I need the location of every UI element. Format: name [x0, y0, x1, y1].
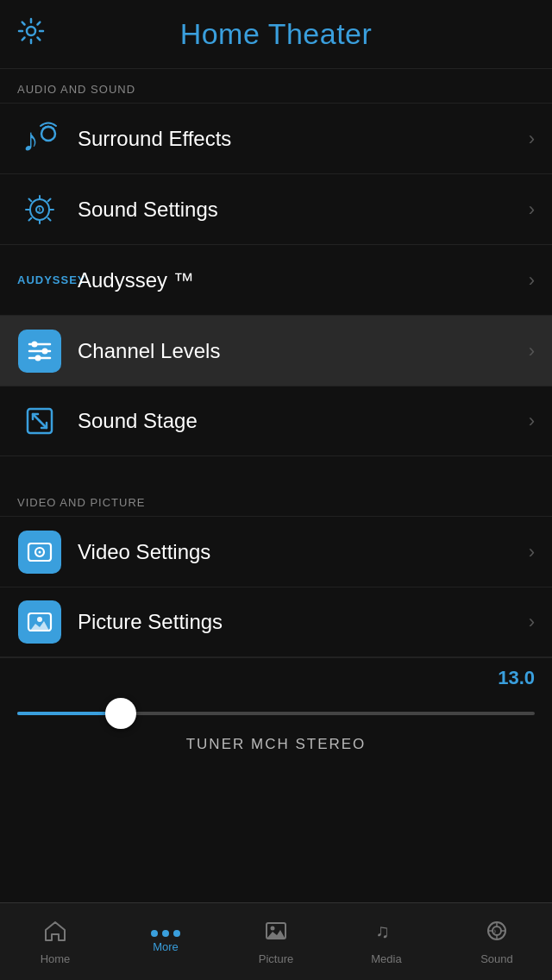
- bottom-spacer: [0, 760, 552, 838]
- slider-label: TUNER MCH STEREO: [17, 736, 535, 753]
- menu-item-video-settings[interactable]: Video Settings ›: [0, 516, 552, 587]
- tab-home[interactable]: Home: [0, 903, 110, 980]
- section-label-video: VIDEO AND PICTURE: [0, 482, 552, 516]
- chevron-right-icon: ›: [529, 611, 535, 633]
- chevron-right-icon: ›: [529, 340, 535, 362]
- channel-levels-icon: [17, 329, 62, 374]
- svg-point-6: [32, 341, 38, 347]
- tab-sound[interactable]: ♪ Sound: [442, 903, 552, 980]
- audio-menu-list: ♪ Surround Effects › ♪ Sound Settings ›: [0, 103, 552, 456]
- chevron-right-icon: ›: [529, 541, 535, 563]
- slider-container[interactable]: [17, 694, 535, 732]
- slider-thumb[interactable]: [105, 698, 136, 729]
- dot-3: [173, 930, 180, 937]
- chevron-right-icon: ›: [529, 128, 535, 150]
- channel-levels-label: Channel Levels: [78, 339, 522, 363]
- dot-1: [151, 930, 158, 937]
- slider-area: 13.0 TUNER MCH STEREO: [0, 657, 552, 760]
- menu-item-picture-settings[interactable]: Picture Settings ›: [0, 587, 552, 657]
- tab-more[interactable]: More: [110, 903, 221, 980]
- video-settings-icon: [17, 530, 62, 575]
- chevron-right-icon: ›: [529, 198, 535, 221]
- tab-bar: Home More Picture ♫: [0, 902, 552, 980]
- menu-item-sound-stage[interactable]: Sound Stage ›: [0, 386, 552, 456]
- chevron-right-icon: ›: [529, 410, 535, 432]
- svg-point-16: [39, 550, 41, 553]
- picture-settings-label: Picture Settings: [78, 610, 522, 634]
- home-icon: [43, 919, 67, 949]
- gear-icon[interactable]: [17, 17, 45, 51]
- video-menu-list: Video Settings › Picture Settings ›: [0, 516, 552, 657]
- audyssey-label: Audyssey ™: [78, 268, 522, 292]
- sound-tab-icon: ♪: [485, 919, 509, 949]
- tab-picture[interactable]: Picture: [221, 903, 331, 980]
- surround-effects-label: Surround Effects: [78, 127, 522, 151]
- svg-point-0: [27, 27, 35, 35]
- svg-text:♪: ♪: [36, 204, 41, 216]
- more-icon: [151, 930, 180, 937]
- sound-stage-label: Sound Stage: [78, 409, 522, 433]
- media-icon: ♫: [374, 919, 398, 949]
- tab-media-label: Media: [371, 952, 401, 965]
- sound-settings-icon: ♪: [17, 187, 62, 232]
- menu-item-surround-effects[interactable]: ♪ Surround Effects ›: [0, 103, 552, 173]
- tab-media[interactable]: ♫ Media: [331, 903, 442, 980]
- tab-home-label: Home: [41, 952, 71, 965]
- chevron-right-icon: ›: [529, 269, 535, 292]
- section-gap: [0, 456, 552, 482]
- picture-settings-icon: [17, 600, 62, 644]
- sound-stage-icon: [17, 399, 62, 443]
- menu-item-audyssey[interactable]: AUDYSSEY Audyssey ™ ›: [0, 244, 552, 315]
- sound-settings-label: Sound Settings: [78, 198, 522, 222]
- menu-item-sound-settings[interactable]: ♪ Sound Settings ›: [0, 173, 552, 244]
- video-settings-label: Video Settings: [78, 540, 522, 564]
- menu-item-channel-levels[interactable]: Channel Levels ›: [0, 315, 552, 386]
- svg-point-18: [37, 617, 42, 622]
- tab-sound-label: Sound: [480, 952, 513, 965]
- audyssey-icon: AUDYSSEY: [17, 273, 62, 286]
- slider-value: 13.0: [17, 667, 535, 689]
- svg-point-20: [271, 926, 275, 930]
- page-title: Home Theater: [180, 17, 373, 51]
- section-label-audio: AUDIO AND SOUND: [0, 69, 552, 103]
- svg-point-10: [35, 355, 41, 361]
- surround-effects-icon: ♪: [17, 116, 62, 161]
- picture-tab-icon: [264, 919, 288, 949]
- tab-picture-label: Picture: [259, 952, 293, 965]
- svg-text:♫: ♫: [375, 920, 390, 942]
- tab-more-label: More: [153, 940, 179, 953]
- svg-point-8: [42, 348, 48, 354]
- header: Home Theater: [0, 0, 552, 69]
- svg-text:♪: ♪: [22, 122, 39, 158]
- svg-text:♪: ♪: [492, 927, 497, 936]
- dot-2: [162, 930, 169, 937]
